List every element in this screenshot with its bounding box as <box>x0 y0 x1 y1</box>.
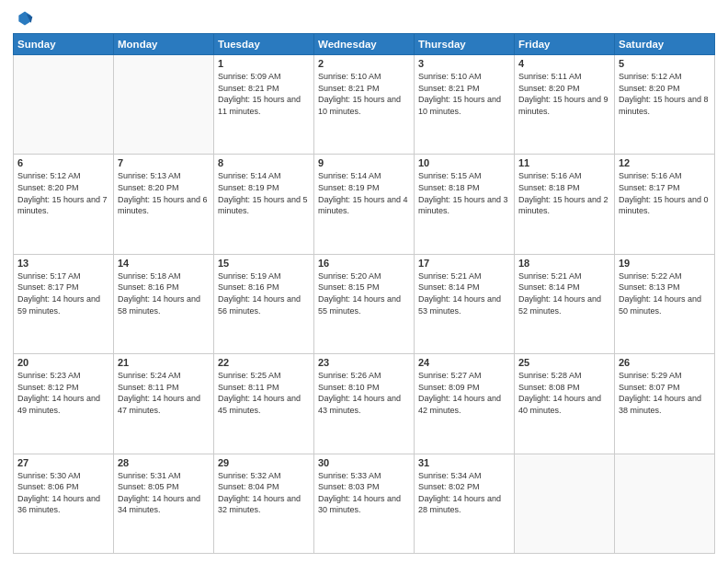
day-number: 23 <box>318 357 410 368</box>
day-number: 27 <box>17 457 109 468</box>
page: SundayMondayTuesdayWednesdayThursdayFrid… <box>0 0 728 563</box>
calendar-week-4: 20Sunrise: 5:23 AMSunset: 8:12 PMDayligh… <box>14 354 715 454</box>
day-info: Sunrise: 5:09 AMSunset: 8:21 PMDaylight:… <box>218 71 310 117</box>
calendar-cell: 2Sunrise: 5:10 AMSunset: 8:21 PMDaylight… <box>314 55 415 155</box>
logo-text <box>13 9 34 28</box>
weekday-header-row: SundayMondayTuesdayWednesdayThursdayFrid… <box>14 34 715 55</box>
calendar-cell: 15Sunrise: 5:19 AMSunset: 8:16 PMDayligh… <box>214 254 314 353</box>
calendar-cell: 10Sunrise: 5:15 AMSunset: 8:18 PMDayligh… <box>415 155 515 254</box>
calendar-cell <box>14 55 114 155</box>
day-info: Sunrise: 5:14 AMSunset: 8:19 PMDaylight:… <box>218 170 310 216</box>
day-info: Sunrise: 5:20 AMSunset: 8:15 PMDaylight:… <box>318 270 410 316</box>
day-number: 13 <box>17 258 109 269</box>
day-info: Sunrise: 5:21 AMSunset: 8:14 PMDaylight:… <box>418 270 510 316</box>
day-info: Sunrise: 5:16 AMSunset: 8:18 PMDaylight:… <box>518 170 610 216</box>
calendar-week-2: 6Sunrise: 5:12 AMSunset: 8:20 PMDaylight… <box>14 155 715 254</box>
day-info: Sunrise: 5:11 AMSunset: 8:20 PMDaylight:… <box>518 71 610 117</box>
day-number: 14 <box>118 258 210 269</box>
day-number: 26 <box>619 357 711 368</box>
day-number: 5 <box>619 58 711 69</box>
day-number: 10 <box>418 157 510 168</box>
calendar-cell: 8Sunrise: 5:14 AMSunset: 8:19 PMDaylight… <box>214 155 314 254</box>
day-info: Sunrise: 5:12 AMSunset: 8:20 PMDaylight:… <box>619 71 711 117</box>
logo <box>13 9 34 28</box>
calendar-cell <box>515 454 615 553</box>
day-info: Sunrise: 5:19 AMSunset: 8:16 PMDaylight:… <box>218 270 310 316</box>
day-info: Sunrise: 5:10 AMSunset: 8:21 PMDaylight:… <box>318 71 410 117</box>
day-number: 28 <box>118 457 210 468</box>
calendar-cell: 29Sunrise: 5:32 AMSunset: 8:04 PMDayligh… <box>214 454 314 553</box>
day-info: Sunrise: 5:15 AMSunset: 8:18 PMDaylight:… <box>418 170 510 216</box>
weekday-header-wednesday: Wednesday <box>314 34 415 55</box>
day-info: Sunrise: 5:27 AMSunset: 8:09 PMDaylight:… <box>418 370 510 416</box>
calendar-cell: 16Sunrise: 5:20 AMSunset: 8:15 PMDayligh… <box>314 254 415 353</box>
day-number: 12 <box>619 157 711 168</box>
day-number: 24 <box>418 357 510 368</box>
day-info: Sunrise: 5:25 AMSunset: 8:11 PMDaylight:… <box>218 370 310 416</box>
day-number: 18 <box>518 258 610 269</box>
day-info: Sunrise: 5:23 AMSunset: 8:12 PMDaylight:… <box>17 370 109 416</box>
day-number: 4 <box>518 58 610 69</box>
calendar-cell: 21Sunrise: 5:24 AMSunset: 8:11 PMDayligh… <box>114 354 214 454</box>
calendar-cell: 13Sunrise: 5:17 AMSunset: 8:17 PMDayligh… <box>14 254 114 353</box>
day-info: Sunrise: 5:22 AMSunset: 8:13 PMDaylight:… <box>619 270 711 316</box>
calendar-body: 1Sunrise: 5:09 AMSunset: 8:21 PMDaylight… <box>14 55 715 554</box>
day-info: Sunrise: 5:14 AMSunset: 8:19 PMDaylight:… <box>318 170 410 216</box>
calendar-cell: 5Sunrise: 5:12 AMSunset: 8:20 PMDaylight… <box>615 55 715 155</box>
calendar-cell: 30Sunrise: 5:33 AMSunset: 8:03 PMDayligh… <box>314 454 415 553</box>
calendar-cell: 7Sunrise: 5:13 AMSunset: 8:20 PMDaylight… <box>114 155 214 254</box>
day-info: Sunrise: 5:32 AMSunset: 8:04 PMDaylight:… <box>218 470 310 516</box>
calendar-cell: 14Sunrise: 5:18 AMSunset: 8:16 PMDayligh… <box>114 254 214 353</box>
calendar-cell: 1Sunrise: 5:09 AMSunset: 8:21 PMDaylight… <box>214 55 314 155</box>
day-number: 15 <box>218 258 310 269</box>
weekday-header-friday: Friday <box>515 34 615 55</box>
day-number: 19 <box>619 258 711 269</box>
calendar-cell: 22Sunrise: 5:25 AMSunset: 8:11 PMDayligh… <box>214 354 314 454</box>
calendar-cell: 17Sunrise: 5:21 AMSunset: 8:14 PMDayligh… <box>415 254 515 353</box>
weekday-header-sunday: Sunday <box>14 34 114 55</box>
calendar-week-3: 13Sunrise: 5:17 AMSunset: 8:17 PMDayligh… <box>14 254 715 353</box>
logo-icon <box>16 9 34 28</box>
weekday-header-monday: Monday <box>114 34 214 55</box>
calendar-cell <box>615 454 715 553</box>
calendar-cell: 24Sunrise: 5:27 AMSunset: 8:09 PMDayligh… <box>415 354 515 454</box>
calendar-cell: 11Sunrise: 5:16 AMSunset: 8:18 PMDayligh… <box>515 155 615 254</box>
day-info: Sunrise: 5:33 AMSunset: 8:03 PMDaylight:… <box>318 470 410 516</box>
day-number: 20 <box>17 357 109 368</box>
day-number: 29 <box>218 457 310 468</box>
calendar-cell: 23Sunrise: 5:26 AMSunset: 8:10 PMDayligh… <box>314 354 415 454</box>
calendar-cell: 6Sunrise: 5:12 AMSunset: 8:20 PMDaylight… <box>14 155 114 254</box>
day-number: 31 <box>418 457 510 468</box>
calendar-cell: 3Sunrise: 5:10 AMSunset: 8:21 PMDaylight… <box>415 55 515 155</box>
day-info: Sunrise: 5:28 AMSunset: 8:08 PMDaylight:… <box>518 370 610 416</box>
day-number: 7 <box>118 157 210 168</box>
day-number: 11 <box>518 157 610 168</box>
day-number: 25 <box>518 357 610 368</box>
day-number: 1 <box>218 58 310 69</box>
calendar-week-1: 1Sunrise: 5:09 AMSunset: 8:21 PMDaylight… <box>14 55 715 155</box>
day-info: Sunrise: 5:24 AMSunset: 8:11 PMDaylight:… <box>118 370 210 416</box>
day-info: Sunrise: 5:17 AMSunset: 8:17 PMDaylight:… <box>17 270 109 316</box>
calendar-cell: 25Sunrise: 5:28 AMSunset: 8:08 PMDayligh… <box>515 354 615 454</box>
day-number: 8 <box>218 157 310 168</box>
calendar-cell: 4Sunrise: 5:11 AMSunset: 8:20 PMDaylight… <box>515 55 615 155</box>
day-info: Sunrise: 5:26 AMSunset: 8:10 PMDaylight:… <box>318 370 410 416</box>
day-info: Sunrise: 5:34 AMSunset: 8:02 PMDaylight:… <box>418 470 510 516</box>
day-number: 21 <box>118 357 210 368</box>
day-number: 16 <box>318 258 410 269</box>
weekday-header-thursday: Thursday <box>415 34 515 55</box>
calendar-cell: 31Sunrise: 5:34 AMSunset: 8:02 PMDayligh… <box>415 454 515 553</box>
day-info: Sunrise: 5:16 AMSunset: 8:17 PMDaylight:… <box>619 170 711 216</box>
day-info: Sunrise: 5:10 AMSunset: 8:21 PMDaylight:… <box>418 71 510 117</box>
header <box>13 9 715 28</box>
calendar-cell: 19Sunrise: 5:22 AMSunset: 8:13 PMDayligh… <box>615 254 715 353</box>
weekday-header-tuesday: Tuesday <box>214 34 314 55</box>
weekday-header-saturday: Saturday <box>615 34 715 55</box>
calendar-cell: 28Sunrise: 5:31 AMSunset: 8:05 PMDayligh… <box>114 454 214 553</box>
calendar-cell: 12Sunrise: 5:16 AMSunset: 8:17 PMDayligh… <box>615 155 715 254</box>
day-info: Sunrise: 5:12 AMSunset: 8:20 PMDaylight:… <box>17 170 109 216</box>
day-info: Sunrise: 5:30 AMSunset: 8:06 PMDaylight:… <box>17 470 109 516</box>
day-number: 22 <box>218 357 310 368</box>
calendar-header: SundayMondayTuesdayWednesdayThursdayFrid… <box>14 34 715 55</box>
calendar-cell: 9Sunrise: 5:14 AMSunset: 8:19 PMDaylight… <box>314 155 415 254</box>
